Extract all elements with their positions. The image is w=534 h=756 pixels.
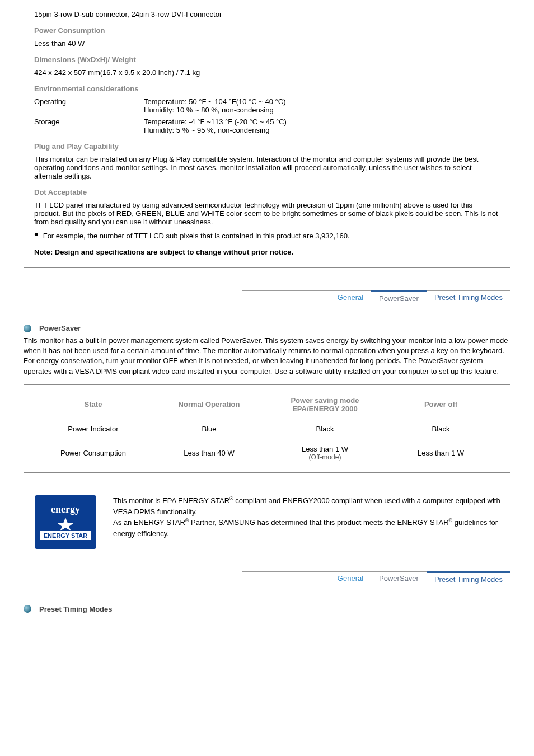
env-operating-row: Operating Temperature: 50 °F ~ 104 °F(10…: [34, 97, 500, 114]
energy-text-4: Partner, SAMSUNG has determined that thi…: [189, 518, 448, 527]
section-tabs-1: General PowerSaver Preset Timing Modes: [242, 290, 510, 305]
table-header-row: State Normal Operation Power saving mode…: [35, 391, 499, 419]
td-consumption-label: Power Consumption: [35, 449, 151, 457]
energy-star-logo: energy ENERGY STAR: [35, 495, 96, 549]
energy-logo-script: energy: [51, 504, 80, 515]
svg-marker-0: [58, 518, 73, 531]
dot-bullet-text: For example, the number of TFT LCD sub p…: [43, 232, 350, 240]
env-operating-value: Temperature: 50 °F ~ 104 °F(10 °C ~ 40 °…: [144, 97, 285, 114]
tab-powersaver[interactable]: PowerSaver: [371, 290, 427, 305]
td-consumption-off: Less than 1 W: [383, 449, 499, 457]
env-operating-temp: Temperature: 50 °F ~ 104 °F(10 °C ~ 40 °…: [144, 97, 285, 106]
dimensions-value: 424 x 242 x 507 mm(16.7 x 9.5 x 20.0 inc…: [34, 68, 500, 77]
td-consumption-saving-main: Less than 1 W: [267, 445, 383, 453]
td-indicator-label: Power Indicator: [35, 425, 151, 433]
th-off: Power off: [383, 400, 499, 408]
td-consumption-saving-sub: (Off-mode): [267, 453, 383, 461]
preset-timing-header: Preset Timing Modes: [24, 605, 510, 613]
powersaver-paragraph: This monitor has a built-in power manage…: [24, 336, 510, 377]
energy-text-3: As an ENERGY STAR: [113, 518, 185, 527]
tab-powersaver[interactable]: PowerSaver: [371, 572, 427, 586]
reg-mark-1: ®: [229, 496, 233, 501]
th-saving: Power saving mode EPA/ENERGY 2000: [267, 396, 383, 413]
star-icon: [54, 518, 77, 531]
dot-bullet-row: • For example, the number of TFT LCD sub…: [34, 232, 500, 240]
td-consumption-normal: Less than 40 W: [151, 449, 267, 457]
dimensions-heading: Dimensions (WxDxH)/ Weight: [34, 55, 500, 64]
tab-general[interactable]: General: [330, 291, 371, 305]
energy-star-text: This monitor is EPA ENERGY STAR® complia…: [113, 495, 510, 539]
th-normal: Normal Operation: [151, 400, 267, 408]
td-indicator-normal: Blue: [151, 425, 267, 433]
connector-value: 15pin 3-row D-sub connector, 24pin 3-row…: [34, 10, 500, 18]
td-consumption-saving: Less than 1 W (Off-mode): [267, 445, 383, 461]
table-row: Power Consumption Less than 40 W Less th…: [35, 439, 499, 467]
th-saving-main: Power saving mode: [267, 396, 383, 405]
env-operating-label: Operating: [34, 97, 144, 114]
td-indicator-off: Black: [383, 425, 499, 433]
power-value: Less than 40 W: [34, 39, 500, 48]
pnp-heading: Plug and Play Capability: [34, 142, 500, 151]
env-storage-row: Storage Temperature: -4 °F ~113 °F (-20 …: [34, 118, 500, 134]
power-heading: Power Consumption: [34, 26, 500, 35]
environmental-heading: Environmental considerations: [34, 84, 500, 93]
powersaver-header: PowerSaver: [24, 324, 510, 332]
energy-text-1: This monitor is EPA ENERGY STAR: [113, 496, 229, 505]
tab-preset-timing[interactable]: Preset Timing Modes: [427, 571, 510, 586]
pnp-text: This monitor can be installed on any Plu…: [34, 155, 500, 180]
energy-logo-bar: ENERGY STAR: [40, 531, 91, 540]
section-bullet-icon: [24, 325, 31, 332]
tab-general[interactable]: General: [330, 572, 371, 586]
table-row: Power Indicator Blue Black Black: [35, 419, 499, 439]
env-storage-temp: Temperature: -4 °F ~113 °F (-20 °C ~ 45 …: [144, 118, 287, 126]
dot-text: TFT LCD panel manufactured by using adva…: [34, 201, 500, 226]
tab-preset-timing[interactable]: Preset Timing Modes: [427, 291, 510, 305]
bullet-icon: •: [34, 232, 39, 237]
powersaver-title: PowerSaver: [39, 324, 81, 332]
td-indicator-saving: Black: [267, 425, 383, 433]
preset-timing-title: Preset Timing Modes: [39, 605, 113, 613]
th-state: State: [35, 400, 151, 408]
env-storage-label: Storage: [34, 118, 144, 134]
env-operating-humidity: Humidity: 10 % ~ 80 %, non-condensing: [144, 106, 285, 114]
env-storage-humidity: Humidity: 5 % ~ 95 %, non-condensing: [144, 126, 287, 134]
dot-heading: Dot Acceptable: [34, 188, 500, 196]
change-note: Note: Design and specifications are subj…: [34, 248, 500, 256]
th-saving-sub: EPA/ENERGY 2000: [267, 405, 383, 413]
specifications-box: 15pin 3-row D-sub connector, 24pin 3-row…: [24, 0, 510, 268]
powersaver-table: State Normal Operation Power saving mode…: [24, 384, 510, 473]
energy-star-block: energy ENERGY STAR This monitor is EPA E…: [24, 495, 510, 549]
env-storage-value: Temperature: -4 °F ~113 °F (-20 °C ~ 45 …: [144, 118, 287, 134]
section-bullet-icon: [24, 605, 31, 613]
section-tabs-2: General PowerSaver Preset Timing Modes: [242, 571, 510, 586]
